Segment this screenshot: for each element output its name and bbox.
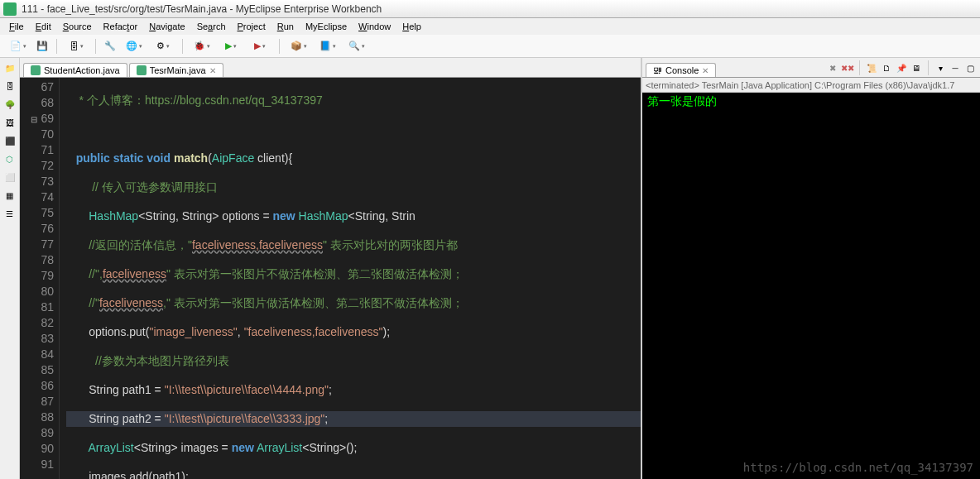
tool-1[interactable]: 🔧 — [102, 38, 118, 55]
open-console-icon[interactable]: ▾ — [934, 61, 947, 74]
separator — [279, 39, 280, 54]
menu-project[interactable]: Project — [232, 22, 271, 31]
close-icon[interactable]: ✕ — [209, 66, 216, 75]
save-button[interactable]: 💾 — [34, 38, 50, 55]
close-icon[interactable]: ✕ — [702, 66, 709, 75]
menu-myeclipse[interactable]: MyEclipse — [300, 22, 353, 31]
watermark: https://blog.csdn.net/qq_34137397 — [642, 461, 973, 474]
menu-source[interactable]: Source — [57, 22, 98, 31]
tab-studentaction[interactable]: StudentAction.java — [23, 63, 127, 77]
menu-help[interactable]: Help — [396, 22, 427, 31]
line-number-gutter: 676869 707172 737475 767778 798081 82838… — [20, 78, 60, 479]
separator — [182, 39, 183, 54]
menu-navigate[interactable]: Navigate — [143, 22, 190, 31]
db-icon[interactable]: 🗄 — [2, 79, 17, 93]
spring-icon[interactable]: ⬡ — [2, 152, 17, 165]
left-toolbar: 📁 🗄 🌳 🖼 ⬛ ⬡ ⬜ ▦ ☰ — [0, 58, 20, 479]
console-tabs: 🖳 Console ✕ ✖ ✖✖ 📜 🗋 📌 🖥 ▾ ─ ▢ — [642, 58, 980, 78]
minimap-icon[interactable]: ▦ — [2, 189, 17, 202]
tab-label: TesrMain.java — [150, 65, 206, 75]
run-button[interactable]: ▶ — [218, 38, 244, 55]
remove-launch-icon[interactable]: ✖ — [826, 61, 839, 74]
package-explorer-icon[interactable]: 📁 — [2, 61, 17, 74]
junit-icon[interactable]: ⬛ — [2, 134, 17, 147]
menu-refactor[interactable]: Refactor — [98, 22, 144, 31]
window-title: 111 - face_Live_test/src/org/test/TesrMa… — [22, 3, 382, 15]
menu-edit[interactable]: Edit — [30, 22, 57, 31]
tab-label: Console — [665, 65, 699, 75]
outline-icon[interactable]: ☰ — [2, 207, 17, 220]
console-region: 🖳 Console ✕ ✖ ✖✖ 📜 🗋 📌 🖥 ▾ ─ ▢ <termina — [641, 58, 980, 479]
console-output[interactable]: 第一张是假的 https://blog.csdn.net/qq_34137397 — [642, 93, 980, 479]
scroll-lock-icon[interactable]: 📜 — [865, 61, 878, 74]
app-icon — [3, 2, 17, 16]
separator — [56, 39, 57, 54]
rest-icon[interactable]: ⬜ — [2, 170, 17, 184]
window-titlebar: 111 - face_Live_test/src/org/test/TesrMa… — [0, 0, 980, 18]
debug-button[interactable]: 🐞 — [189, 38, 215, 55]
tool-5[interactable]: 📘 — [315, 38, 341, 55]
display-selected-icon[interactable]: 🖥 — [910, 61, 923, 74]
java-file-icon — [31, 65, 41, 75]
console-icon: 🖳 — [653, 65, 662, 75]
main-toolbar: 📄 💾 🗄 🔧 🌐 ⚙ 🐞 ▶ ▶ 📦 📘 🔍 — [0, 35, 980, 58]
pin-console-icon[interactable]: 📌 — [895, 61, 908, 74]
editor-region: StudentAction.java TesrMain.java ✕ 67686… — [20, 58, 641, 479]
separator — [859, 60, 860, 75]
menu-search[interactable]: Search — [191, 22, 232, 31]
run-ext-button[interactable]: ▶ — [247, 38, 273, 55]
remove-all-icon[interactable]: ✖✖ — [841, 61, 854, 74]
menu-window[interactable]: Window — [353, 22, 396, 31]
code-content[interactable]: * 个人博客：https://blog.csdn.net/qq_34137397… — [60, 78, 641, 479]
new-button[interactable]: 📄 — [5, 38, 31, 55]
tab-label: StudentAction.java — [44, 65, 120, 75]
console-header: <terminated> TesrMain [Java Application]… — [642, 78, 980, 93]
tab-console[interactable]: 🖳 Console ✕ — [646, 63, 716, 77]
code-editor[interactable]: 676869 707172 737475 767778 798081 82838… — [20, 78, 641, 479]
menu-file[interactable]: File — [3, 22, 30, 31]
menubar: File Edit Source Refactor Navigate Searc… — [0, 18, 980, 35]
type-hierarchy-icon[interactable]: 🌳 — [2, 98, 17, 111]
separator — [928, 60, 929, 75]
tab-tesrmain[interactable]: TesrMain.java ✕ — [129, 63, 223, 77]
tool-6[interactable]: 🔍 — [343, 38, 370, 55]
editor-tabs: StudentAction.java TesrMain.java ✕ — [20, 58, 641, 78]
tool-3[interactable]: ⚙ — [150, 38, 176, 55]
maximize-icon[interactable]: ▢ — [963, 61, 977, 74]
java-file-icon — [137, 65, 147, 75]
console-line: 第一张是假的 — [647, 94, 975, 109]
tool-2[interactable]: 🌐 — [121, 38, 147, 55]
clear-console-icon[interactable]: 🗋 — [880, 61, 893, 74]
menu-run[interactable]: Run — [271, 22, 300, 31]
tool-4[interactable]: 📦 — [286, 38, 312, 55]
minimize-icon[interactable]: ─ — [949, 61, 962, 74]
deploy-button[interactable]: 🗄 — [63, 38, 89, 55]
separator — [95, 39, 96, 54]
image-icon[interactable]: 🖼 — [2, 116, 17, 129]
